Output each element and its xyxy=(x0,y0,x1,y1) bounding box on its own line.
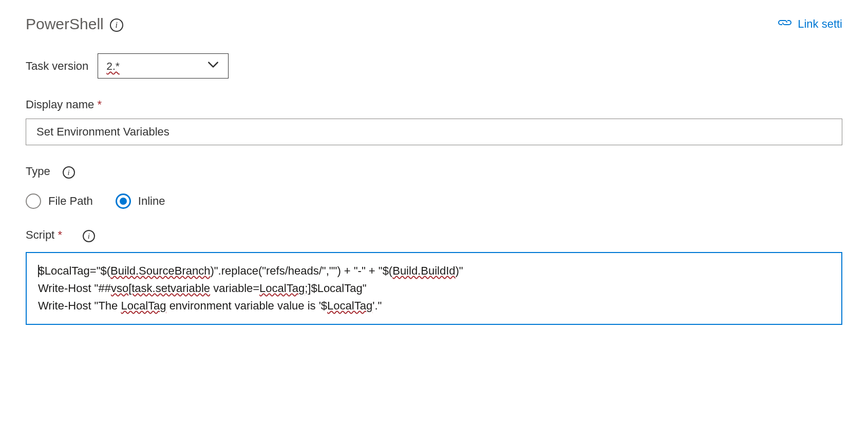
type-label-row: Type i xyxy=(26,165,842,178)
info-icon[interactable]: i xyxy=(110,18,123,32)
link-settings-button[interactable]: Link setti xyxy=(777,17,842,31)
radio-dot xyxy=(120,198,127,205)
task-version-row: Task version 2.* xyxy=(26,53,842,79)
radio-circle-checked xyxy=(116,193,131,209)
required-asterisk: * xyxy=(58,228,62,241)
script-label: Script * xyxy=(26,228,62,242)
header-row: PowerShell i Link setti xyxy=(26,15,842,33)
script-row: Script * i $LocalTag="$(Build.SourceBran… xyxy=(26,228,842,325)
info-icon[interactable]: i xyxy=(63,166,75,179)
radio-inline-label: Inline xyxy=(138,195,165,208)
task-version-value: 2.* xyxy=(106,60,120,72)
info-icon[interactable]: i xyxy=(83,230,95,242)
required-asterisk: * xyxy=(97,98,102,111)
chevron-down-icon xyxy=(206,58,220,74)
task-version-select[interactable]: 2.* xyxy=(98,53,229,79)
display-name-row: Display name * xyxy=(26,98,842,145)
display-name-label: Display name * xyxy=(26,98,102,111)
task-version-label: Task version xyxy=(26,60,88,73)
link-settings-label: Link setti xyxy=(798,17,842,31)
display-name-input[interactable] xyxy=(26,119,842,145)
type-radio-group: File Path Inline xyxy=(26,193,842,209)
type-label: Type xyxy=(26,165,50,178)
script-label-row: Script * i xyxy=(26,228,842,242)
radio-inline[interactable]: Inline xyxy=(116,193,165,209)
page-title: PowerShell xyxy=(26,15,104,33)
radio-file-path[interactable]: File Path xyxy=(26,193,93,209)
script-textarea[interactable]: $LocalTag="$(Build.SourceBranch)".replac… xyxy=(26,252,842,325)
radio-circle-unchecked xyxy=(26,193,41,209)
radio-file-path-label: File Path xyxy=(48,195,93,208)
link-icon xyxy=(777,17,792,31)
type-row: Type i File Path Inline xyxy=(26,165,842,209)
title-group: PowerShell i xyxy=(26,15,123,33)
